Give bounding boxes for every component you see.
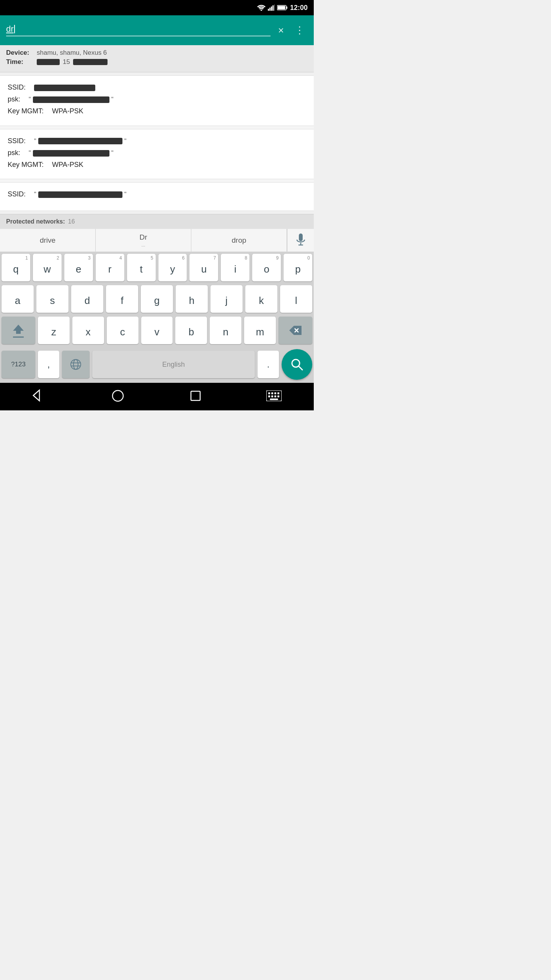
key-s[interactable]: s	[36, 285, 68, 313]
network-2-psk-row: psk: " "	[8, 148, 306, 158]
key-row-1: 1 q 2 w 3 e 4 r 5 t 6 y 7 u 8 i	[0, 252, 314, 283]
key-p[interactable]: 0 p	[284, 254, 312, 281]
period-key[interactable]: .	[258, 351, 279, 378]
svg-rect-28	[274, 392, 276, 394]
search-cursor	[14, 25, 15, 33]
key-row-4: ?123 , English .	[0, 346, 314, 383]
device-row: Device: shamu, shamu, Nexus 6	[6, 49, 308, 57]
time-label: Time:	[6, 58, 37, 66]
key-t[interactable]: 5 t	[127, 254, 156, 281]
network-1-ssid-value	[34, 85, 95, 91]
autocomplete-drive[interactable]: drive	[0, 229, 96, 252]
network-2-ssid-row: SSID: " "	[8, 136, 306, 146]
back-icon	[33, 389, 46, 402]
key-a[interactable]: a	[2, 285, 34, 313]
svg-rect-8	[277, 6, 285, 10]
backspace-icon	[289, 325, 302, 336]
back-button[interactable]	[28, 384, 51, 410]
protected-count: 16	[68, 218, 75, 225]
key-l[interactable]: l	[280, 285, 312, 313]
key-b[interactable]: b	[175, 317, 207, 344]
time-row: Time: 15	[6, 58, 308, 66]
spacebar-label: English	[162, 361, 185, 369]
key-i[interactable]: 8 i	[221, 254, 249, 281]
search-button[interactable]	[282, 349, 312, 380]
search-input-text[interactable]: dr	[6, 24, 14, 34]
svg-rect-9	[299, 234, 303, 241]
key-n[interactable]: n	[210, 317, 241, 344]
autocomplete-dots: ...	[141, 242, 145, 248]
svg-rect-2	[269, 8, 271, 11]
key-g[interactable]: g	[141, 285, 173, 313]
autocomplete-dr[interactable]: Dr ...	[96, 229, 191, 252]
search-input-container[interactable]: dr	[6, 24, 271, 36]
key-y[interactable]: 6 y	[158, 254, 187, 281]
network-2-keymgmt-label: Key MGMT:	[8, 161, 44, 168]
device-value: shamu, shamu, Nexus 6	[37, 49, 107, 57]
network-1-psk-value	[33, 96, 109, 103]
comma-key[interactable]: ,	[38, 351, 59, 378]
svg-line-20	[299, 366, 303, 370]
spacebar-button[interactable]: English	[92, 351, 255, 378]
network-1-keymgmt-value: WPA-PSK	[52, 107, 83, 115]
battery-icon	[277, 5, 288, 11]
svg-point-0	[261, 10, 262, 11]
key-h[interactable]: h	[176, 285, 208, 313]
home-icon	[111, 389, 125, 403]
keyboard-toggle-button[interactable]	[262, 386, 286, 407]
network-1-psk-row: psk: " "	[8, 95, 306, 104]
svg-marker-22	[33, 390, 39, 401]
key-x[interactable]: x	[72, 317, 104, 344]
more-options-button[interactable]: ⋮	[292, 21, 308, 39]
network-2-keymgmt-row: Key MGMT: WPA-PSK	[8, 160, 306, 170]
network-2-ssid-value	[38, 138, 122, 144]
microphone-button[interactable]	[287, 229, 314, 252]
key-row-3: z x c v b n m	[0, 315, 314, 346]
key-d[interactable]: d	[71, 285, 103, 313]
key-z[interactable]: z	[38, 317, 70, 344]
shift-button[interactable]	[2, 317, 35, 344]
key-v[interactable]: v	[141, 317, 173, 344]
backspace-button[interactable]	[279, 317, 312, 344]
key-o[interactable]: 9 o	[252, 254, 281, 281]
bottom-nav	[0, 383, 314, 410]
network-card-2: SSID: " " psk: " " Key MGMT: WPA-PSK	[0, 129, 314, 180]
autocomplete-bar: drive Dr ... drop	[0, 229, 314, 252]
key-u[interactable]: 7 u	[189, 254, 218, 281]
globe-button[interactable]	[62, 351, 90, 378]
network-2-keymgmt-value: WPA-PSK	[52, 161, 83, 168]
key-c[interactable]: c	[107, 317, 139, 344]
key-j[interactable]: j	[210, 285, 243, 313]
shift-icon	[12, 323, 24, 335]
recents-button[interactable]	[185, 385, 206, 408]
key-w[interactable]: 2 w	[33, 254, 62, 281]
comma-label: ,	[47, 359, 50, 370]
network-card-3: SSID: " "	[0, 182, 314, 211]
key-q[interactable]: 1 q	[2, 254, 30, 281]
svg-rect-31	[271, 395, 273, 397]
search-icon	[290, 358, 304, 371]
microphone-icon	[295, 234, 306, 247]
home-button[interactable]	[106, 384, 129, 409]
numbers-button[interactable]: ?123	[2, 351, 35, 378]
network-1-keymgmt-label: Key MGMT:	[8, 107, 44, 115]
time-redacted-1	[37, 59, 60, 65]
device-info: Device: shamu, shamu, Nexus 6 Time: 15	[0, 45, 314, 72]
key-k[interactable]: k	[245, 285, 277, 313]
status-bar: 12:00	[0, 0, 314, 15]
autocomplete-dr-text: Dr	[139, 233, 147, 242]
key-e[interactable]: 3 e	[64, 254, 93, 281]
autocomplete-drop-text: drop	[231, 236, 246, 245]
svg-rect-30	[268, 395, 270, 397]
network-2-psk-value	[33, 150, 109, 157]
globe-icon	[70, 358, 82, 371]
svg-rect-29	[277, 392, 279, 394]
network-list: SSID: psk: " " Key MGMT: WPA-PSK SSID: "…	[0, 75, 314, 211]
key-m[interactable]: m	[244, 317, 276, 344]
autocomplete-drop[interactable]: drop	[191, 229, 287, 252]
protected-label: Protected networks:	[6, 218, 65, 225]
recents-icon	[189, 390, 202, 402]
clear-button[interactable]: ×	[275, 21, 287, 39]
key-f[interactable]: f	[106, 285, 138, 313]
key-r[interactable]: 4 r	[96, 254, 124, 281]
